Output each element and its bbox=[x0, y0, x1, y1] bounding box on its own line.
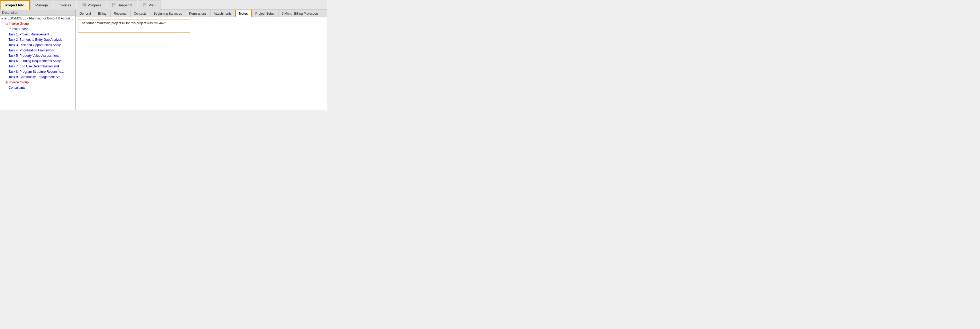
sub-tab-attachments-label: Attachments bbox=[214, 12, 232, 16]
invoice-group-2-label: Invoice Group bbox=[9, 81, 29, 84]
task-7-label: Task 7: End Use Determination and... bbox=[8, 65, 62, 68]
tree-root-label: EDC/MOCEJ - Planning for Buyout & Acquis… bbox=[8, 16, 73, 20]
sub-tab-project-setup[interactable]: Project Setup bbox=[252, 10, 278, 17]
sub-tab-project-setup-label: Project Setup bbox=[256, 12, 275, 16]
sub-tab-general-label: General bbox=[80, 12, 91, 16]
task-1-label: Task 1: Project Management bbox=[8, 33, 49, 36]
tree-task-4[interactable]: Task 4: Prioritization Framework bbox=[0, 48, 75, 53]
main-area: Description ▶ ⊟ EDC/MOCEJ - Planning for… bbox=[0, 9, 327, 110]
sub-tab-contacts[interactable]: Contacts bbox=[130, 10, 150, 17]
tab-progress-label: Progress bbox=[88, 3, 101, 7]
tab-invoices-label: Invoices bbox=[59, 3, 72, 7]
tree-task-7[interactable]: Task 7: End Use Determination and... bbox=[0, 64, 75, 69]
tab-invoices[interactable]: Invoices bbox=[54, 0, 76, 9]
tree-task-9[interactable]: Task 9: Community Engagement Str... bbox=[0, 74, 75, 80]
tree-pursuit-phase[interactable]: Pursuit Phase bbox=[0, 26, 75, 32]
tab-plan-label: Plan bbox=[148, 3, 156, 7]
snapshot-icon bbox=[112, 3, 116, 7]
left-panel: Description ▶ ⊟ EDC/MOCEJ - Planning for… bbox=[0, 9, 76, 110]
tree-task-5[interactable]: Task 5: Property Value Assessment... bbox=[0, 53, 75, 59]
tree-task-8[interactable]: Task 8: Program Structure Recomme... bbox=[0, 69, 75, 74]
sub-tab-general[interactable]: General bbox=[76, 10, 94, 17]
consultants-label: Consultants bbox=[8, 86, 25, 90]
expand-minus-icon: ⊟ bbox=[4, 17, 7, 20]
plan-icon bbox=[143, 3, 147, 7]
sub-tab-beginning-balances-label: Beginning Balances bbox=[154, 12, 182, 16]
svg-rect-1 bbox=[83, 4, 83, 6]
tab-progress[interactable]: Progress bbox=[77, 0, 107, 9]
sub-tab-attachments[interactable]: Attachments bbox=[210, 10, 235, 17]
content-area: The former marketing project ID for this… bbox=[76, 17, 327, 110]
task-2-label: Task 2: Barriers to Entry Gap Analysis bbox=[8, 38, 62, 41]
task-9-label: Task 9: Community Engagement Str... bbox=[8, 75, 62, 79]
tab-snapshot-label: Snapshot bbox=[118, 3, 132, 7]
sub-tab-6month-label: 6 Month Billing Projection bbox=[282, 12, 318, 16]
sub-tab-revenue-label: Revenue bbox=[114, 12, 127, 16]
tree-invoice-group-2[interactable]: ⊟ Invoice Group bbox=[0, 80, 75, 85]
task-8-label: Task 8: Program Structure Recomme... bbox=[8, 70, 64, 74]
top-tab-bar: Project Info Manage Invoices Progress bbox=[0, 0, 327, 9]
sub-tab-billing[interactable]: Billing bbox=[95, 10, 110, 17]
sub-tab-beginning-balances[interactable]: Beginning Balances bbox=[150, 10, 185, 17]
sub-tab-billing-label: Billing bbox=[98, 12, 107, 16]
app-container: Project Info Manage Invoices Progress bbox=[0, 0, 327, 110]
tab-snapshot[interactable]: Snapshot bbox=[107, 0, 137, 9]
sub-tab-notes-label: Notes bbox=[239, 12, 248, 16]
svg-rect-6 bbox=[113, 5, 116, 5]
task-4-label: Task 4: Prioritization Framework bbox=[8, 49, 54, 52]
svg-rect-7 bbox=[113, 6, 115, 6]
tab-project-info[interactable]: Project Info bbox=[0, 0, 30, 9]
svg-rect-2 bbox=[84, 4, 84, 6]
svg-rect-5 bbox=[113, 4, 116, 5]
notes-text: The former marketing project ID for this… bbox=[80, 21, 165, 25]
left-panel-header: Description bbox=[0, 9, 75, 16]
sub-tab-permissions-label: Permissions bbox=[189, 12, 207, 16]
tree-task-1[interactable]: Task 1: Project Management bbox=[0, 32, 75, 37]
sub-tab-bar: General Billing Revenue Contacts Beginni… bbox=[76, 9, 327, 17]
tree-consultants[interactable]: Consultants bbox=[0, 85, 75, 90]
task-6-label: Task 6: Funding Requirements Analy... bbox=[8, 59, 63, 63]
sub-tab-notes[interactable]: Notes bbox=[235, 10, 251, 17]
task-3-label: Task 3: Risk and Opportunities Analy... bbox=[8, 43, 63, 47]
svg-rect-3 bbox=[85, 5, 86, 6]
tab-manage-label: Manage bbox=[35, 3, 48, 7]
tab-manage[interactable]: Manage bbox=[30, 0, 53, 9]
tab-plan[interactable]: Plan bbox=[138, 0, 161, 9]
pursuit-phase-label: Pursuit Phase bbox=[8, 27, 29, 31]
sub-tab-contacts-label: Contacts bbox=[134, 12, 146, 16]
description-label: Description bbox=[2, 11, 18, 14]
arrow-right-icon: ▶ bbox=[2, 17, 4, 20]
progress-icon bbox=[82, 3, 86, 7]
sub-tab-revenue[interactable]: Revenue bbox=[110, 10, 130, 17]
tree-task-3[interactable]: Task 3: Risk and Opportunities Analy... bbox=[0, 42, 75, 48]
notes-content-box: The former marketing project ID for this… bbox=[78, 19, 190, 33]
sub-tab-6month[interactable]: 6 Month Billing Projection bbox=[278, 10, 321, 17]
tree-task-2[interactable]: Task 2: Barriers to Entry Gap Analysis bbox=[0, 37, 75, 42]
tree-root-item[interactable]: ▶ ⊟ EDC/MOCEJ - Planning for Buyout & Ac… bbox=[0, 16, 75, 21]
task-5-label: Task 5: Property Value Assessment... bbox=[8, 54, 61, 57]
collapse-icon-1: ⊟ bbox=[5, 22, 8, 25]
tab-project-info-label: Project Info bbox=[5, 3, 24, 7]
right-panel: General Billing Revenue Contacts Beginni… bbox=[76, 9, 327, 110]
collapse-icon-2: ⊟ bbox=[5, 81, 8, 84]
tree-invoice-group-1[interactable]: ⊟ Invoice Group bbox=[0, 21, 75, 26]
sub-tab-permissions[interactable]: Permissions bbox=[186, 10, 210, 17]
tree-task-6[interactable]: Task 6: Funding Requirements Analy... bbox=[0, 59, 75, 64]
invoice-group-1-label: Invoice Group bbox=[9, 22, 29, 25]
